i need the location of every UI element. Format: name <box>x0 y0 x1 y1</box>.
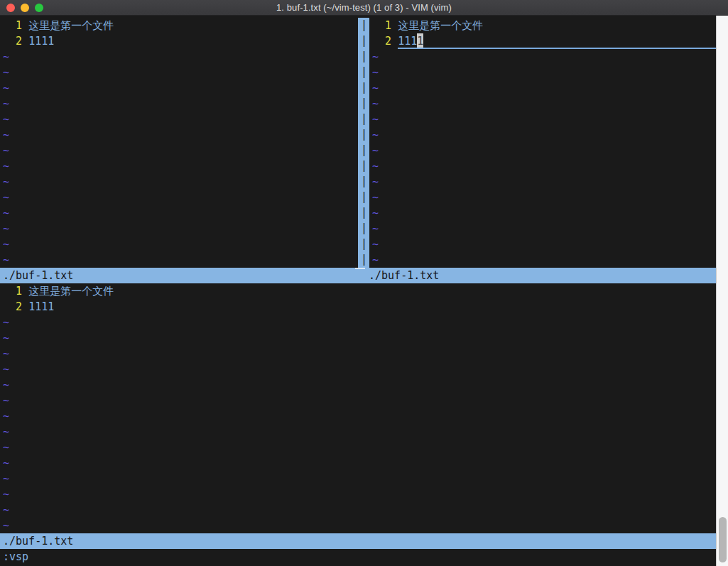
separator-bar-glyph: | <box>358 190 369 205</box>
buffer-text: 111 <box>398 33 417 48</box>
separator-bar-glyph: | <box>358 252 369 268</box>
tilde-marker: ~ <box>3 65 9 80</box>
tilde-marker: ~ <box>3 190 9 205</box>
minimize-button[interactable] <box>21 4 29 12</box>
maximize-button[interactable] <box>35 4 43 12</box>
line-number: 1 <box>372 18 398 33</box>
tilde-line: ~ <box>0 143 358 158</box>
tilde-marker: ~ <box>3 361 9 377</box>
close-button[interactable] <box>6 4 15 12</box>
tilde-line: ~ <box>0 393 716 408</box>
tilde-line: ~ <box>369 190 716 205</box>
tilde-line: ~ <box>0 408 716 424</box>
tilde-marker: ~ <box>3 127 9 143</box>
separator-bar-glyph: | <box>358 236 369 252</box>
separator-bar-glyph: | <box>358 143 369 158</box>
scrollbar-track[interactable] <box>716 16 728 566</box>
tilde-marker: ~ <box>3 49 9 65</box>
top-split-area: 1 这里是第一个文件 2 1111~~~~~~~~~~~~~~ ||||||||… <box>0 18 716 268</box>
tilde-line: ~ <box>0 377 716 393</box>
tilde-line: ~ <box>0 486 716 502</box>
statusline-bottom[interactable]: ./buf-1.txt <box>0 533 716 549</box>
window-top-right[interactable]: 1 这里是第一个文件 2 1111~~~~~~~~~~~~~~ <box>369 18 716 268</box>
line-number: 2 <box>3 299 28 315</box>
tilde-line: ~ <box>0 502 716 518</box>
tilde-line: ~ <box>0 236 358 252</box>
tilde-line: ~ <box>0 221 358 236</box>
separator-bar-glyph: | <box>358 80 369 96</box>
tilde-marker: ~ <box>372 111 379 127</box>
separator-bar-glyph: | <box>358 65 369 80</box>
tilde-marker: ~ <box>372 158 379 174</box>
separator-bar-glyph: | <box>358 158 369 174</box>
buffer-line: 1 这里是第一个文件 <box>369 18 716 33</box>
tilde-line: ~ <box>0 346 716 361</box>
tilde-line: ~ <box>0 440 716 455</box>
window-top-left[interactable]: 1 这里是第一个文件 2 1111~~~~~~~~~~~~~~ <box>0 18 358 268</box>
tilde-marker: ~ <box>3 330 9 346</box>
tilde-marker: ~ <box>3 346 9 361</box>
buffer-line: 2 1111 <box>369 33 716 49</box>
line-number: 2 <box>3 33 28 49</box>
separator-bar-glyph: | <box>358 127 369 143</box>
tilde-marker: ~ <box>3 440 9 455</box>
tilde-marker: ~ <box>372 252 379 268</box>
tilde-line: ~ <box>369 252 716 268</box>
tilde-marker: ~ <box>3 471 9 486</box>
tilde-marker: ~ <box>3 408 9 424</box>
tilde-marker: ~ <box>3 252 9 268</box>
tilde-line: ~ <box>0 330 716 346</box>
tilde-marker: ~ <box>372 174 379 190</box>
vim-editor: 1 这里是第一个文件 2 1111~~~~~~~~~~~~~~ ||||||||… <box>0 18 716 565</box>
tilde-line: ~ <box>369 158 716 174</box>
vertical-split-separator[interactable]: |||||||||||||||| <box>358 18 369 268</box>
buffer-text: 1111 <box>28 33 54 49</box>
tilde-marker: ~ <box>372 143 379 158</box>
tilde-line: ~ <box>0 190 358 205</box>
tilde-marker: ~ <box>3 486 9 502</box>
tilde-line: ~ <box>0 424 716 440</box>
separator-bar-glyph: | <box>358 18 369 33</box>
tilde-marker: ~ <box>3 315 9 330</box>
window-titlebar[interactable]: 1. buf-1.txt (~/vim-test) (1 of 3) - VIM… <box>0 0 728 16</box>
command-line[interactable]: :vsp <box>0 549 716 565</box>
buffer-line: 2 1111 <box>0 33 358 49</box>
tilde-marker: ~ <box>3 96 9 111</box>
separator-bar-glyph: | <box>358 205 369 221</box>
separator-bar-glyph: | <box>358 49 369 65</box>
tilde-line: ~ <box>369 205 716 221</box>
cursor-block: 1 <box>417 33 423 48</box>
separator-notch <box>355 268 365 269</box>
window-title: 1. buf-1.txt (~/vim-test) (1 of 3) - VIM… <box>276 2 452 13</box>
tilde-line: ~ <box>0 471 716 486</box>
tilde-line: ~ <box>369 127 716 143</box>
statusline-top[interactable]: ./buf-1.txt ./buf-1.txt <box>0 268 716 283</box>
tilde-line: ~ <box>0 127 358 143</box>
tilde-marker: ~ <box>3 502 9 518</box>
line-number: 2 <box>372 33 398 49</box>
buffer-line: 1 这里是第一个文件 <box>0 283 716 299</box>
tilde-line: ~ <box>369 236 716 252</box>
separator-bar-glyph: | <box>358 174 369 190</box>
buffer-text: 1111 <box>28 299 54 315</box>
buffer-line: 2 1111 <box>0 299 716 315</box>
tilde-line: ~ <box>369 49 716 65</box>
tilde-line: ~ <box>369 80 716 96</box>
tilde-marker: ~ <box>372 190 379 205</box>
scrollbar-thumb[interactable] <box>719 517 727 562</box>
tilde-marker: ~ <box>3 174 9 190</box>
tilde-marker: ~ <box>372 236 379 252</box>
tilde-marker: ~ <box>3 143 9 158</box>
buffer-line: 1 这里是第一个文件 <box>0 18 358 33</box>
buffer-text: 这里是第一个文件 <box>398 18 483 33</box>
tilde-marker: ~ <box>372 205 379 221</box>
statusline-filename-top-right: ./buf-1.txt <box>369 268 439 283</box>
window-bottom[interactable]: 1 这里是第一个文件 2 1111~~~~~~~~~~~~~~ <box>0 283 716 533</box>
tilde-marker: ~ <box>3 518 9 533</box>
separator-bar-glyph: | <box>358 111 369 127</box>
tilde-line: ~ <box>0 361 716 377</box>
tilde-marker: ~ <box>372 65 379 80</box>
tilde-line: ~ <box>369 111 716 127</box>
tilde-marker: ~ <box>372 96 379 111</box>
tilde-line: ~ <box>0 65 358 80</box>
